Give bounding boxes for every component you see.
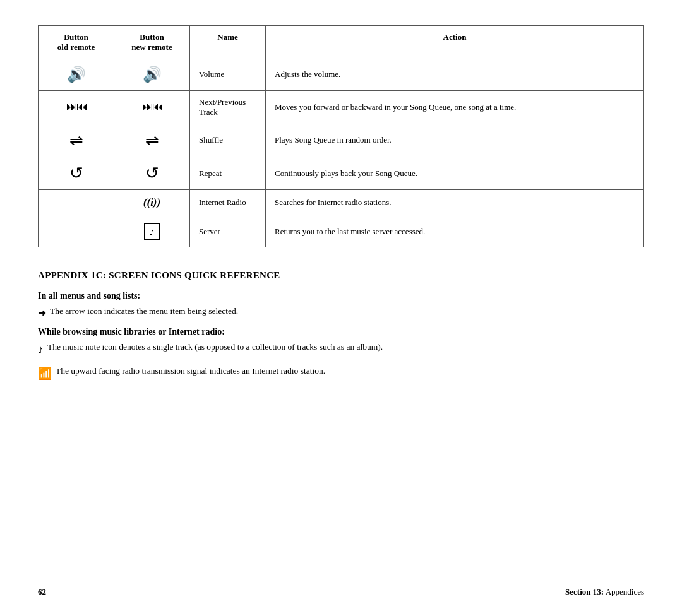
table-row: ((i)) Internet Radio Searches for Intern…: [39, 190, 644, 216]
section1-heading: In all menus and song lists:: [38, 291, 644, 301]
row-action-shuffle: Plays Song Queue in random order.: [266, 124, 644, 157]
wifi-bullet-icon: 📶: [38, 365, 52, 382]
section2-heading: While browsing music libraries or Intern…: [38, 327, 644, 337]
old-icon-internetradio: [39, 190, 114, 216]
page-footer: 62 Section 13: Appendices: [0, 587, 682, 597]
appendix-section: APPENDIX 1C: SCREEN ICONS QUICK REFERENC…: [38, 270, 644, 382]
new-icon-server: ♪: [114, 216, 190, 247]
table-row: 🔊 🔊 Volume Adjusts the volume.: [39, 59, 644, 91]
server-icon-box: ♪: [144, 223, 160, 240]
section2-item2: 📶 The upward facing radio transmission s…: [38, 365, 644, 382]
row-name-server: Server: [190, 216, 266, 247]
col-header-new: Button new remote: [114, 26, 190, 59]
new-icon-volume: 🔊: [114, 59, 190, 91]
row-name-volume: Volume: [190, 59, 266, 91]
section1-item: ➜ The arrow icon indicates the menu item…: [38, 305, 644, 321]
old-icon-repeat: ↺: [39, 157, 114, 189]
old-icon-shuffle: ⇌: [39, 124, 114, 157]
new-icon-shuffle: ⇌: [114, 124, 190, 157]
old-icon-nextprev: ⏭⏮: [39, 90, 114, 124]
row-name-repeat: Repeat: [190, 157, 266, 189]
row-action-volume: Adjusts the volume.: [266, 59, 644, 91]
row-action-nextprev: Moves you forward or backward in your So…: [266, 90, 644, 124]
page-number: 62: [38, 587, 46, 597]
section2-text2: The upward facing radio transmission sig…: [56, 365, 644, 377]
row-name-nextprev: Next/Previous Track: [190, 90, 266, 124]
new-icon-repeat: ↺: [114, 157, 190, 189]
row-action-server: Returns you to the last music server acc…: [266, 216, 644, 247]
row-action-repeat: Continuously plays back your Song Queue.: [266, 157, 644, 189]
col-header-name: Name: [190, 26, 266, 59]
section2-text1: The music note icon denotes a single tra…: [47, 341, 644, 353]
arrow-bullet-icon: ➜: [38, 305, 46, 321]
table-row: ⇌ ⇌ Shuffle Plays Song Queue in random o…: [39, 124, 644, 157]
table-row: ↺ ↺ Repeat Continuously plays back your …: [39, 157, 644, 189]
col-header-old: Button old remote: [39, 26, 114, 59]
appendix-title: APPENDIX 1C: SCREEN ICONS QUICK REFERENC…: [38, 270, 644, 281]
note-bullet-icon: ♪: [38, 341, 44, 358]
row-name-shuffle: Shuffle: [190, 124, 266, 157]
row-action-internetradio: Searches for Internet radio stations.: [266, 190, 644, 216]
row-name-internetradio: Internet Radio: [190, 190, 266, 216]
new-icon-nextprev: ⏭⏮: [114, 90, 190, 124]
reference-table: Button old remote Button new remote Name…: [38, 25, 644, 247]
new-icon-internetradio: ((i)): [114, 190, 190, 216]
old-icon-volume: 🔊: [39, 59, 114, 91]
col-header-action: Action: [266, 26, 644, 59]
section2-item1: ♪ The music note icon denotes a single t…: [38, 341, 644, 358]
old-icon-server: [39, 216, 114, 247]
table-row: ♪ Server Returns you to the last music s…: [39, 216, 644, 247]
section1-text: The arrow icon indicates the menu item b…: [50, 305, 644, 317]
table-row: ⏭⏮ ⏭⏮ Next/Previous Track Moves you forw…: [39, 90, 644, 124]
footer-section: Section 13: Appendices: [565, 587, 644, 597]
